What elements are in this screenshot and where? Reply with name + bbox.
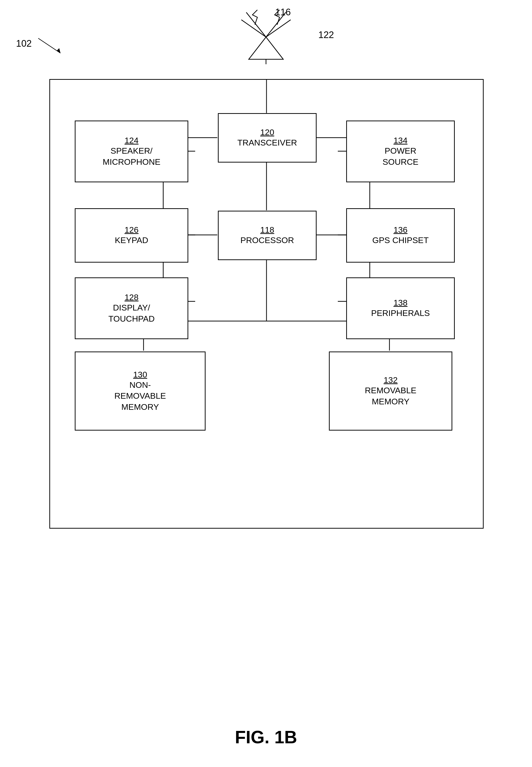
block-peripherals: 138 PERIPHERALS <box>346 277 455 339</box>
main-diagram-box: 120 TRANSCEIVER 118 PROCESSOR 124 SPEAKE… <box>49 79 484 528</box>
svg-line-0 <box>246 12 266 37</box>
antenna-svg <box>217 5 315 64</box>
svg-marker-4 <box>249 37 283 59</box>
label-116: 116 <box>275 7 291 18</box>
arrow-102 <box>36 36 65 56</box>
block-power-source: 134 POWER SOURCE <box>346 120 455 182</box>
svg-line-2 <box>241 20 266 37</box>
block-transceiver: 120 TRANSCEIVER <box>218 113 317 162</box>
svg-line-3 <box>266 20 291 37</box>
svg-marker-7 <box>57 48 60 53</box>
block-non-removable-memory: 130 NON- REMOVABLE MEMORY <box>75 352 206 431</box>
figure-label: FIG. 1B <box>235 727 297 747</box>
label-102: 102 <box>16 38 32 49</box>
block-removable-memory: 132 REMOVABLE MEMORY <box>329 352 452 431</box>
label-122: 122 <box>318 30 334 40</box>
page-container: 116 122 102 <box>0 0 532 767</box>
block-keypad: 126 KEYPAD <box>75 208 188 263</box>
block-display: 128 DISPLAY/ TOUCHPAD <box>75 277 188 339</box>
block-gps-chipset: 136 GPS CHIPSET <box>346 208 455 263</box>
block-processor: 118 PROCESSOR <box>218 211 317 260</box>
block-speaker: 124 SPEAKER/ MICROPHONE <box>75 120 188 182</box>
